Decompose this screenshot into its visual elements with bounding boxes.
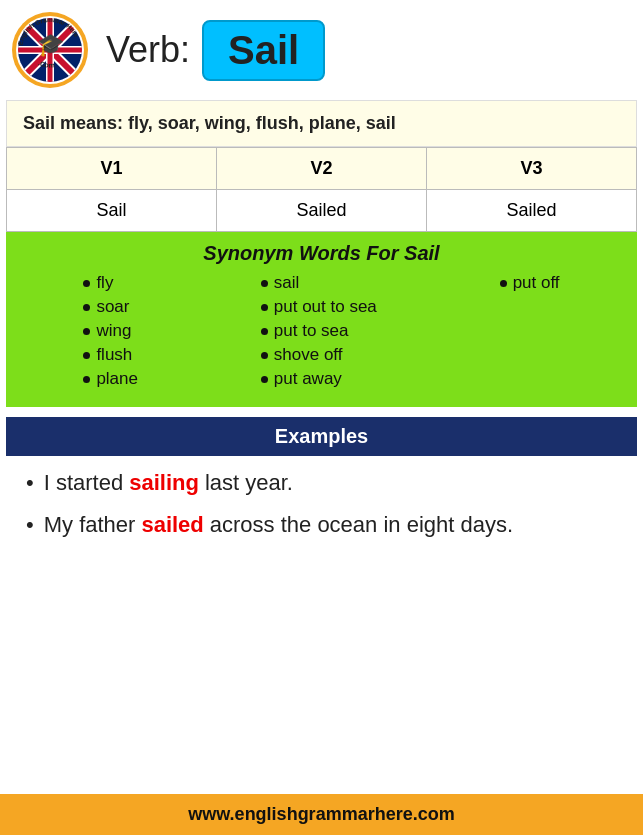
synonym-put-off: put off xyxy=(500,273,560,293)
table-cell-v2: Sailed xyxy=(217,190,427,232)
examples-body: • I started sailing last year. • My fath… xyxy=(6,456,637,568)
example-1-before: I started xyxy=(44,470,123,496)
verb-label: Verb: xyxy=(106,29,190,71)
example-1-bullet: • xyxy=(26,470,34,496)
synonym-plane: plane xyxy=(83,369,138,389)
means-section: Sail means: fly, soar, wing, flush, plan… xyxy=(6,100,637,147)
synonym-section: Synonym Words For Sail fly soar wing flu… xyxy=(6,232,637,407)
table-header-v2: V2 xyxy=(217,148,427,190)
verb-word: Sail xyxy=(228,28,299,72)
example-2-bullet: • xyxy=(26,512,34,538)
synonym-col-1: fly soar wing flush plane xyxy=(83,273,138,393)
synonym-wing: wing xyxy=(83,321,138,341)
example-1-highlight: sailing xyxy=(129,470,199,496)
svg-text:🎓: 🎓 xyxy=(37,31,65,58)
header: 🎓 English Grammar Here .Com Verb: Sail xyxy=(0,0,643,100)
synonym-shove-off: shove off xyxy=(261,345,377,365)
example-1-after: last year. xyxy=(205,470,293,496)
table-cell-v3: Sailed xyxy=(427,190,637,232)
table-header-v1: V1 xyxy=(7,148,217,190)
synonym-put-to-sea: put to sea xyxy=(261,321,377,341)
table-cell-v1: Sail xyxy=(7,190,217,232)
example-item-2: • My father sailed across the ocean in e… xyxy=(26,512,617,538)
synonym-col-3: put off xyxy=(500,273,560,297)
verb-word-box: Sail xyxy=(202,20,325,81)
synonym-col-2: sail put out to sea put to sea shove off… xyxy=(261,273,377,393)
synonym-fly: fly xyxy=(83,273,138,293)
table-header-v3: V3 xyxy=(427,148,637,190)
means-rest: means: fly, soar, wing, flush, plane, sa… xyxy=(60,113,396,133)
synonym-put-away: put away xyxy=(261,369,377,389)
synonym-columns: fly soar wing flush plane sail put out t… xyxy=(22,273,621,393)
example-2-before: My father xyxy=(44,512,136,538)
synonym-sail: sail xyxy=(261,273,377,293)
verb-title: Verb: Sail xyxy=(106,20,325,81)
example-2-after: across the ocean in eight days. xyxy=(210,512,513,538)
synonym-title-start: Synonym Words For xyxy=(203,242,404,264)
synonym-title: Synonym Words For Sail xyxy=(22,242,621,265)
synonym-soar: soar xyxy=(83,297,138,317)
synonym-title-word: Sail xyxy=(404,242,440,264)
verb-table: V1 V2 V3 Sail Sailed Sailed xyxy=(6,147,637,232)
examples-header: Examples xyxy=(6,417,637,456)
means-text: Sail means: fly, soar, wing, flush, plan… xyxy=(23,113,620,134)
example-2-highlight: sailed xyxy=(141,512,203,538)
means-bold: Sail xyxy=(23,113,55,133)
synonym-flush: flush xyxy=(83,345,138,365)
example-item-1: • I started sailing last year. xyxy=(26,470,617,496)
synonym-put-out-to-sea: put out to sea xyxy=(261,297,377,317)
logo: 🎓 English Grammar Here .Com xyxy=(10,10,90,90)
footer: www.englishgrammarhere.com xyxy=(0,794,643,835)
examples-header-text: Examples xyxy=(275,425,368,447)
footer-url: www.englishgrammarhere.com xyxy=(188,804,454,824)
